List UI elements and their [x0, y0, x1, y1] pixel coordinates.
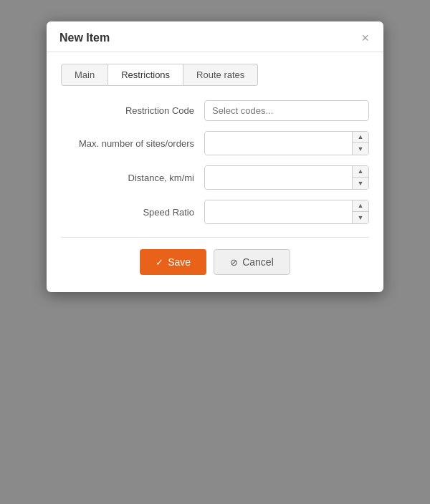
distance-label: Distance, km/mi — [61, 173, 204, 183]
modal-title: New Item — [59, 32, 110, 44]
speed-ratio-wrap: Default: 1 ▲ ▼ — [204, 200, 369, 224]
max-sites-label: Max. number of sites/orders — [61, 138, 204, 149]
distance-row: Distance, km/mi Routing settings: 800 ▲ … — [61, 165, 369, 190]
restriction-code-input[interactable] — [204, 100, 369, 121]
max-sites-spinner: Routing settings: 30 ▲ ▼ — [204, 131, 369, 155]
restriction-code-label: Restriction Code — [61, 105, 204, 116]
speed-ratio-row: Speed Ratio Default: 1 ▲ ▼ — [61, 200, 369, 224]
distance-spinner: Routing settings: 800 ▲ ▼ — [204, 165, 369, 190]
modal-header: New Item × — [47, 21, 383, 52]
cancel-label: Cancel — [242, 256, 274, 268]
speed-ratio-spinner-buttons: ▲ ▼ — [352, 200, 368, 223]
ban-icon: ⊘ — [230, 257, 238, 268]
speed-ratio-up-button[interactable]: ▲ — [353, 200, 368, 212]
max-sites-wrap: Routing settings: 30 ▲ ▼ — [204, 131, 369, 155]
form-divider — [61, 237, 369, 238]
modal-footer: ✓ Save ⊘ Cancel — [61, 249, 369, 278]
save-label: Save — [168, 256, 191, 268]
max-sites-up-button[interactable]: ▲ — [353, 132, 368, 143]
max-sites-row: Max. number of sites/orders Routing sett… — [61, 131, 369, 155]
tabs-container: Main Restrictions Route rates — [61, 64, 369, 86]
tab-main[interactable]: Main — [61, 64, 108, 86]
speed-ratio-label: Speed Ratio — [61, 207, 204, 218]
speed-ratio-spinner: Default: 1 ▲ ▼ — [204, 200, 369, 224]
cancel-button[interactable]: ⊘ Cancel — [214, 249, 290, 275]
distance-down-button[interactable]: ▼ — [353, 178, 368, 189]
max-sites-input[interactable]: Routing settings: 30 — [205, 132, 352, 155]
restriction-code-wrap — [204, 100, 369, 121]
max-sites-down-button[interactable]: ▼ — [353, 143, 368, 155]
max-sites-spinner-buttons: ▲ ▼ — [352, 132, 368, 155]
modal-body: Main Restrictions Route rates Restrictio… — [47, 52, 383, 292]
new-item-modal: New Item × Main Restrictions Route rates… — [47, 21, 383, 292]
restriction-code-row: Restriction Code — [61, 100, 369, 121]
distance-up-button[interactable]: ▲ — [353, 166, 368, 178]
distance-input[interactable]: Routing settings: 800 — [205, 166, 352, 189]
save-button[interactable]: ✓ Save — [140, 249, 206, 275]
close-button[interactable]: × — [360, 32, 371, 44]
checkmark-icon: ✓ — [156, 257, 163, 268]
speed-ratio-down-button[interactable]: ▼ — [353, 212, 368, 223]
speed-ratio-input[interactable]: Default: 1 — [205, 200, 352, 223]
distance-spinner-buttons: ▲ ▼ — [352, 166, 368, 189]
tab-route-rates[interactable]: Route rates — [183, 64, 258, 86]
tab-restrictions[interactable]: Restrictions — [108, 64, 183, 86]
distance-wrap: Routing settings: 800 ▲ ▼ — [204, 165, 369, 190]
